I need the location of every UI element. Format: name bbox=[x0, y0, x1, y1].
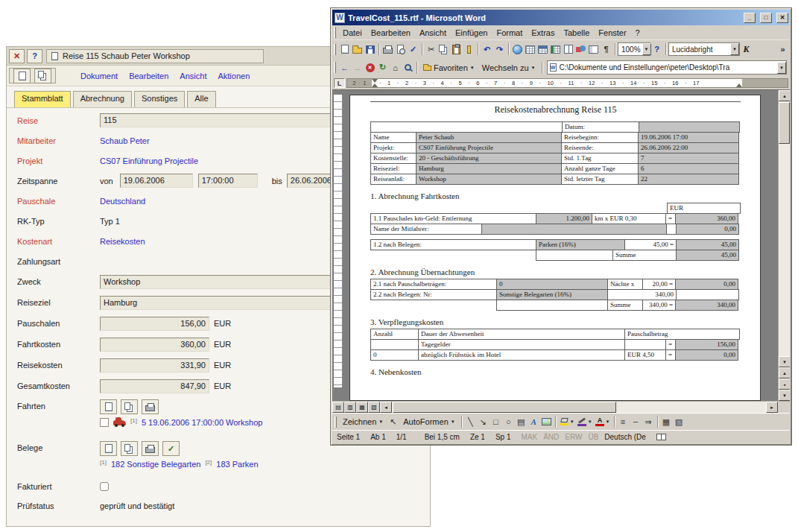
font-color-icon[interactable]: A ▼ bbox=[594, 417, 612, 426]
belege-approve-icon[interactable]: ✓ bbox=[162, 441, 180, 456]
hscrollbar-thumb[interactable] bbox=[393, 402, 616, 413]
tab-alle[interactable]: Alle bbox=[187, 91, 215, 107]
next-page-icon[interactable]: ▼ bbox=[779, 390, 790, 401]
scroll-right-icon[interactable]: ► bbox=[766, 402, 778, 413]
beleg-link-182[interactable]: 182 Sonstige Belegarten bbox=[111, 460, 200, 469]
export-document-icon[interactable] bbox=[13, 69, 31, 83]
spelling-icon[interactable]: ✓ bbox=[407, 42, 419, 57]
insert-hyperlink-icon[interactable] bbox=[511, 42, 524, 57]
tab-stammblatt[interactable]: Stammblatt bbox=[14, 91, 71, 107]
threed-icon[interactable]: ▧ bbox=[673, 415, 685, 429]
address-bar[interactable]: W C:\Dokumente und Einstellungen\peter\D… bbox=[547, 60, 787, 75]
web-search-icon[interactable] bbox=[402, 60, 414, 75]
pauschale-link[interactable]: Deutschland bbox=[100, 197, 145, 206]
scroll-up-icon[interactable]: ▲ bbox=[779, 90, 790, 101]
refresh-icon[interactable]: ↻ bbox=[376, 60, 389, 75]
columns-icon[interactable] bbox=[562, 42, 574, 57]
copy-document-icon[interactable] bbox=[34, 69, 51, 83]
minimize-icon[interactable]: _ bbox=[744, 13, 756, 23]
undo-icon[interactable]: ↶ bbox=[481, 42, 493, 57]
close-icon[interactable]: ✕ bbox=[776, 13, 788, 23]
bis-date-input[interactable]: 26.06.2006 bbox=[287, 174, 337, 188]
reisekosten-input[interactable]: 331,90 bbox=[100, 358, 209, 373]
menu-tabelle[interactable]: Tabelle bbox=[559, 27, 594, 39]
fahrten-copy-icon[interactable] bbox=[121, 399, 138, 414]
tab-selector-button[interactable]: L bbox=[334, 78, 345, 88]
web-layout-button[interactable]: ▥ bbox=[344, 402, 356, 413]
favorites-button[interactable]: Favoriten ▼ bbox=[419, 63, 478, 73]
scroll-left-icon[interactable]: ◄ bbox=[380, 402, 392, 413]
toolbar-overflow-icon[interactable]: » bbox=[776, 42, 789, 57]
stop-icon[interactable]: ✕ bbox=[364, 60, 376, 75]
help-icon[interactable]: ? bbox=[650, 42, 663, 57]
hanging-indent-marker[interactable] bbox=[372, 83, 378, 87]
belege-print-icon[interactable] bbox=[142, 441, 159, 456]
new-document-icon[interactable] bbox=[338, 42, 351, 57]
first-line-indent-marker[interactable] bbox=[372, 79, 378, 83]
cut-icon[interactable]: ✂ bbox=[425, 42, 437, 57]
hscrollbar-track[interactable] bbox=[392, 402, 766, 413]
chevron-down-icon[interactable]: ▼ bbox=[730, 43, 739, 55]
belege-new-icon[interactable] bbox=[100, 441, 117, 456]
line-style-icon[interactable]: ≡ bbox=[617, 415, 630, 429]
projekt-link[interactable]: CS07 Einführung Projectile bbox=[100, 156, 198, 165]
menu-fenster[interactable]: Fenster bbox=[594, 27, 630, 39]
von-time-input[interactable]: 17:00:00 bbox=[198, 174, 258, 188]
status-mak-toggle[interactable]: MAK bbox=[521, 433, 537, 441]
address-dropdown-icon[interactable]: ▼ bbox=[777, 62, 786, 74]
menu-bearbeiten[interactable]: Bearbeiten bbox=[129, 72, 168, 80]
scroll-down-icon[interactable]: ▼ bbox=[779, 356, 790, 367]
arrow-style-icon[interactable]: ⇒ bbox=[642, 415, 655, 429]
zoom-select[interactable]: 100% ▼ bbox=[618, 42, 650, 56]
back-icon[interactable]: ← bbox=[338, 60, 351, 75]
chevron-down-icon[interactable]: ▼ bbox=[642, 43, 651, 55]
toolbar-grip[interactable] bbox=[334, 62, 336, 73]
fahrtkosten-input[interactable]: 360,00 bbox=[100, 338, 209, 352]
print-preview-icon[interactable] bbox=[394, 42, 407, 57]
zeichnen-button[interactable]: Zeichnen ▼ bbox=[339, 417, 387, 427]
clipart-icon[interactable] bbox=[540, 415, 553, 429]
belege-copy-icon[interactable] bbox=[121, 441, 138, 456]
fill-color-icon[interactable]: ▼ bbox=[558, 418, 576, 425]
menu-ansicht[interactable]: Ansicht bbox=[415, 27, 451, 39]
pauschalen-input[interactable]: 156,00 bbox=[100, 317, 209, 331]
select-browse-object-icon[interactable]: ● bbox=[779, 379, 790, 390]
insert-table-icon[interactable] bbox=[536, 42, 549, 57]
open-icon[interactable] bbox=[351, 42, 364, 57]
rectangle-icon[interactable]: □ bbox=[490, 415, 502, 429]
beleg-link-183[interactable]: 183 Parken bbox=[216, 460, 258, 469]
close-icon[interactable]: ✕ bbox=[9, 49, 25, 63]
toolbar-grip[interactable] bbox=[334, 27, 336, 38]
toolbar-grip[interactable] bbox=[335, 417, 337, 428]
gesamtkosten-input[interactable]: 847,90 bbox=[100, 379, 209, 393]
tab-abrechnung[interactable]: Abrechnung bbox=[73, 91, 132, 107]
help-icon[interactable]: ? bbox=[27, 49, 42, 63]
document-map-icon[interactable] bbox=[587, 42, 600, 57]
status-ueb-toggle[interactable]: ÜB bbox=[588, 433, 598, 441]
select-objects-icon[interactable]: ↖ bbox=[387, 415, 399, 429]
line-color-icon[interactable]: ▼ bbox=[576, 417, 594, 426]
home-icon[interactable]: ⌂ bbox=[389, 60, 402, 75]
menu-hilfe[interactable]: ? bbox=[631, 27, 645, 39]
forward-icon[interactable]: → bbox=[351, 60, 364, 75]
menu-ansicht[interactable]: Ansicht bbox=[180, 72, 206, 80]
menu-datei[interactable]: Datei bbox=[338, 27, 367, 39]
tab-sonstiges[interactable]: Sonstiges bbox=[134, 91, 185, 107]
drawing-icon[interactable] bbox=[574, 42, 587, 57]
italic-button[interactable]: K bbox=[740, 42, 753, 57]
autoformen-button[interactable]: AutoFormen ▼ bbox=[399, 417, 458, 427]
menu-dokument[interactable]: Dokument bbox=[80, 72, 118, 80]
textbox-icon[interactable]: ▤ bbox=[515, 415, 528, 429]
arrow-icon[interactable]: ↘ bbox=[477, 415, 490, 429]
print-layout-button[interactable]: ▦ bbox=[356, 402, 368, 413]
paste-icon[interactable] bbox=[450, 42, 463, 57]
von-date-input[interactable]: 19.06.2006 bbox=[120, 174, 193, 188]
document-page[interactable]: Reisekostenabrechnung Reise 115 Datum: N… bbox=[349, 95, 761, 401]
shadow-icon[interactable]: ▦ bbox=[660, 415, 673, 429]
wordart-icon[interactable]: A bbox=[528, 415, 540, 429]
fahrt-link[interactable]: 5 19.06.2006 17:00:00 Workshop bbox=[142, 418, 262, 427]
line-icon[interactable]: ╲ bbox=[464, 415, 477, 429]
vertical-scrollbar[interactable]: ▲ ▼ ▲ ● ▼ bbox=[778, 90, 790, 401]
kostenart-link[interactable]: Reisekosten bbox=[100, 237, 145, 246]
insert-excel-icon[interactable] bbox=[549, 42, 562, 57]
